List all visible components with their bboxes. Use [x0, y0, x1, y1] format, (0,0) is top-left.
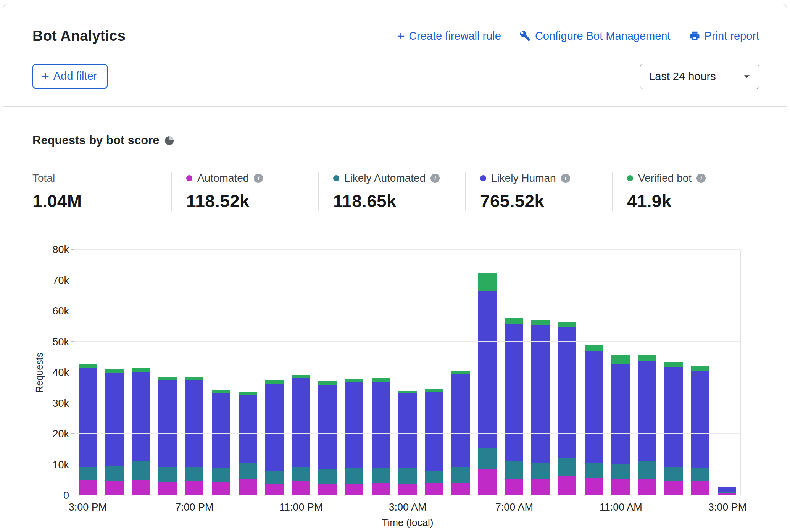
stacked-bar[interactable]	[558, 322, 576, 495]
stacked-bar[interactable]	[478, 273, 497, 495]
bar-segment-verified-bot[interactable]	[265, 380, 283, 384]
print-report-link[interactable]: Print report	[689, 30, 759, 42]
bar-segment-likely-automated[interactable]	[345, 468, 363, 484]
bar-segment-verified-bot[interactable]	[585, 345, 603, 351]
bar-segment-likely-human[interactable]	[239, 395, 257, 463]
stacked-bar[interactable]	[79, 364, 97, 495]
bar-segment-automated[interactable]	[638, 479, 656, 495]
bar-segment-likely-human[interactable]	[425, 392, 443, 471]
bar-segment-likely-automated[interactable]	[239, 463, 257, 479]
bar-segment-likely-automated[interactable]	[531, 463, 550, 479]
bar-segment-verified-bot[interactable]	[478, 273, 497, 291]
bar-segment-likely-human[interactable]	[505, 324, 523, 461]
bar-segment-likely-automated[interactable]	[105, 466, 124, 481]
bar-segment-likely-automated[interactable]	[691, 468, 709, 481]
bar-segment-likely-human[interactable]	[79, 368, 97, 467]
bar-segment-likely-automated[interactable]	[611, 464, 630, 479]
bar-segment-automated[interactable]	[318, 484, 337, 495]
bar-segment-likely-automated[interactable]	[292, 467, 310, 481]
stacked-bar[interactable]	[318, 381, 337, 495]
bar-segment-likely-automated[interactable]	[79, 467, 97, 480]
bar-segment-likely-automated[interactable]	[664, 467, 683, 481]
bar-segment-verified-bot[interactable]	[292, 375, 310, 378]
bar-segment-automated[interactable]	[398, 484, 416, 495]
bar-segment-likely-automated[interactable]	[478, 448, 497, 469]
bar-segment-likely-human[interactable]	[558, 327, 576, 458]
bar-segment-verified-bot[interactable]	[158, 377, 177, 380]
stacked-bar[interactable]	[158, 377, 177, 495]
stacked-bar[interactable]	[132, 368, 150, 495]
stacked-bar[interactable]	[451, 371, 470, 495]
bar-segment-verified-bot[interactable]	[212, 390, 230, 393]
stacked-bar[interactable]	[585, 345, 603, 495]
bar-segment-likely-automated[interactable]	[398, 468, 416, 484]
bar-segment-automated[interactable]	[212, 482, 230, 495]
bar-segment-likely-human[interactable]	[372, 382, 390, 468]
bar-segment-likely-human[interactable]	[105, 373, 124, 466]
stacked-bar[interactable]	[505, 318, 523, 495]
bar-segment-verified-bot[interactable]	[318, 381, 337, 385]
bar-segment-likely-human[interactable]	[212, 393, 230, 468]
info-icon[interactable]: i	[696, 174, 706, 183]
stacked-bar[interactable]	[398, 391, 416, 495]
stacked-bar[interactable]	[638, 355, 656, 495]
bar-segment-likely-automated[interactable]	[185, 467, 203, 481]
bar-segment-automated[interactable]	[691, 481, 709, 495]
bar-segment-automated[interactable]	[611, 479, 630, 495]
bar-segment-likely-automated[interactable]	[451, 467, 470, 483]
bar-segment-automated[interactable]	[505, 479, 523, 495]
bar-segment-verified-bot[interactable]	[239, 392, 257, 395]
bar-segment-likely-human[interactable]	[345, 382, 363, 468]
stacked-bar[interactable]	[212, 390, 230, 495]
bar-segment-verified-bot[interactable]	[185, 377, 203, 380]
bar-segment-likely-human[interactable]	[585, 351, 603, 463]
bar-segment-verified-bot[interactable]	[398, 391, 416, 393]
add-filter-button[interactable]: + Add filter	[32, 64, 108, 89]
bar-segment-automated[interactable]	[664, 481, 683, 495]
bar-segment-verified-bot[interactable]	[345, 379, 363, 382]
bar-segment-automated[interactable]	[451, 483, 470, 495]
bar-segment-likely-human[interactable]	[318, 385, 337, 469]
bar-segment-likely-human[interactable]	[531, 325, 550, 463]
bar-segment-automated[interactable]	[718, 493, 736, 495]
bar-segment-likely-human[interactable]	[158, 380, 177, 467]
stacked-bar[interactable]	[105, 369, 124, 495]
bar-segment-likely-human[interactable]	[132, 372, 150, 461]
bar-segment-automated[interactable]	[478, 469, 497, 495]
bar-segment-automated[interactable]	[132, 480, 150, 495]
bar-segment-likely-automated[interactable]	[318, 469, 337, 484]
stacked-bar[interactable]	[425, 389, 443, 495]
bar-segment-likely-automated[interactable]	[158, 467, 177, 482]
bar-segment-automated[interactable]	[158, 482, 177, 495]
info-icon[interactable]: i	[254, 174, 263, 183]
configure-bot-management-link[interactable]: Configure Bot Management	[519, 30, 671, 42]
bar-segment-verified-bot[interactable]	[451, 371, 470, 374]
stacked-bar[interactable]	[239, 392, 257, 495]
bar-segment-verified-bot[interactable]	[691, 366, 709, 371]
bar-segment-likely-automated[interactable]	[372, 468, 390, 483]
bar-segment-likely-automated[interactable]	[558, 458, 576, 476]
bar-segment-likely-human[interactable]	[478, 291, 497, 448]
bar-segment-likely-automated[interactable]	[425, 471, 443, 483]
bar-segment-automated[interactable]	[345, 484, 363, 495]
bar-segment-automated[interactable]	[79, 480, 97, 495]
time-range-select[interactable]: Last 24 hours	[640, 64, 759, 89]
bar-segment-likely-human[interactable]	[398, 393, 416, 468]
bar-segment-likely-human[interactable]	[611, 364, 630, 464]
bar-segment-likely-automated[interactable]	[265, 471, 283, 484]
bar-segment-likely-human[interactable]	[185, 380, 203, 467]
bar-segment-automated[interactable]	[585, 478, 603, 495]
bar-segment-likely-automated[interactable]	[505, 461, 523, 479]
stacked-bar[interactable]	[345, 379, 363, 495]
stacked-bar[interactable]	[531, 320, 550, 495]
stacked-bar[interactable]	[292, 375, 310, 495]
bar-segment-verified-bot[interactable]	[558, 322, 576, 327]
stacked-bar[interactable]	[372, 378, 390, 495]
bar-segment-likely-automated[interactable]	[585, 463, 603, 478]
bar-segment-likely-human[interactable]	[691, 371, 709, 468]
bar-segment-likely-human[interactable]	[292, 378, 310, 467]
bar-segment-verified-bot[interactable]	[105, 369, 124, 373]
bar-segment-automated[interactable]	[372, 483, 390, 495]
bar-segment-verified-bot[interactable]	[638, 355, 656, 361]
bar-segment-verified-bot[interactable]	[372, 378, 390, 382]
